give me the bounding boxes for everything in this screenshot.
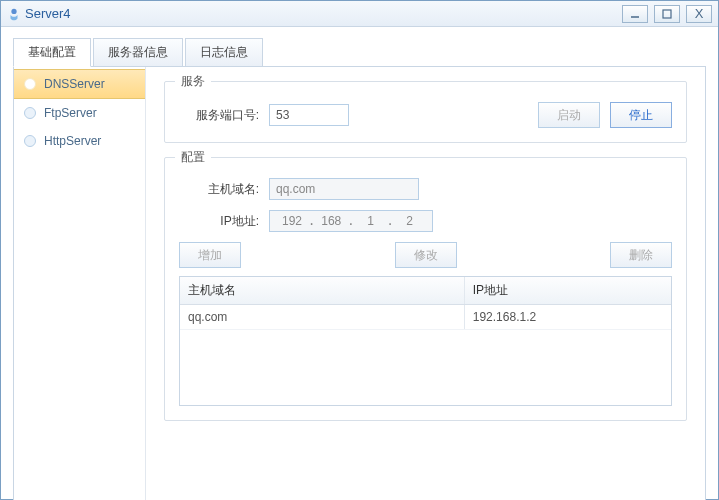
dns-table[interactable]: 主机域名 IP地址 qq.com 192.168.1.2 bbox=[179, 276, 672, 406]
tab-basic-config[interactable]: 基础配置 bbox=[13, 38, 91, 67]
sidebar-item-http[interactable]: HttpServer bbox=[14, 127, 145, 155]
sidebar-item-label: FtpServer bbox=[44, 106, 97, 120]
sidebar-item-label: HttpServer bbox=[44, 134, 101, 148]
port-label: 服务端口号: bbox=[179, 107, 259, 124]
stop-button[interactable]: 停止 bbox=[610, 102, 672, 128]
ip-label: IP地址: bbox=[179, 213, 259, 230]
close-button[interactable]: X bbox=[686, 5, 712, 23]
main-panel: DNSServer FtpServer HttpServer 服务 服务端口号: bbox=[13, 66, 706, 500]
svg-point-0 bbox=[11, 8, 16, 13]
cell-domain: qq.com bbox=[180, 305, 465, 329]
maximize-button[interactable] bbox=[654, 5, 680, 23]
tab-log-info[interactable]: 日志信息 bbox=[185, 38, 263, 67]
sidebar: DNSServer FtpServer HttpServer bbox=[14, 67, 146, 500]
content-area: 基础配置 服务器信息 日志信息 DNSServer FtpServer Http… bbox=[1, 27, 718, 500]
config-legend: 配置 bbox=[175, 149, 211, 166]
delete-button[interactable]: 删除 bbox=[610, 242, 672, 268]
config-group: 配置 主机域名: IP地址: 192. 168. 1. 2 bbox=[164, 157, 687, 421]
app-window: Server4 X 基础配置 服务器信息 日志信息 DNSServer FtpS… bbox=[0, 0, 719, 500]
table-header: 主机域名 IP地址 bbox=[180, 277, 671, 305]
status-dot-icon bbox=[24, 107, 36, 119]
cell-ip: 192.168.1.2 bbox=[465, 305, 671, 329]
window-title: Server4 bbox=[25, 6, 622, 21]
domain-input[interactable] bbox=[269, 178, 419, 200]
col-domain[interactable]: 主机域名 bbox=[180, 277, 465, 304]
table-row[interactable]: qq.com 192.168.1.2 bbox=[180, 305, 671, 330]
service-group: 服务 服务端口号: 启动 停止 bbox=[164, 81, 687, 143]
status-dot-icon bbox=[24, 135, 36, 147]
sidebar-item-dns[interactable]: DNSServer bbox=[14, 69, 145, 99]
tab-bar: 基础配置 服务器信息 日志信息 bbox=[13, 37, 706, 66]
svg-rect-2 bbox=[663, 10, 671, 18]
domain-label: 主机域名: bbox=[179, 181, 259, 198]
start-button[interactable]: 启动 bbox=[538, 102, 600, 128]
add-button[interactable]: 增加 bbox=[179, 242, 241, 268]
minimize-button[interactable] bbox=[622, 5, 648, 23]
modify-button[interactable]: 修改 bbox=[395, 242, 457, 268]
window-controls: X bbox=[622, 5, 712, 23]
ip-input[interactable]: 192. 168. 1. 2 bbox=[269, 210, 433, 232]
sidebar-item-ftp[interactable]: FtpServer bbox=[14, 99, 145, 127]
service-legend: 服务 bbox=[175, 73, 211, 90]
sidebar-item-label: DNSServer bbox=[44, 77, 105, 91]
status-dot-icon bbox=[24, 78, 36, 90]
app-icon bbox=[7, 7, 21, 21]
titlebar: Server4 X bbox=[1, 1, 718, 27]
tab-server-info[interactable]: 服务器信息 bbox=[93, 38, 183, 67]
port-input[interactable] bbox=[269, 104, 349, 126]
settings-area: 服务 服务端口号: 启动 停止 配置 主机域名: bbox=[146, 67, 705, 500]
col-ip[interactable]: IP地址 bbox=[465, 277, 671, 304]
